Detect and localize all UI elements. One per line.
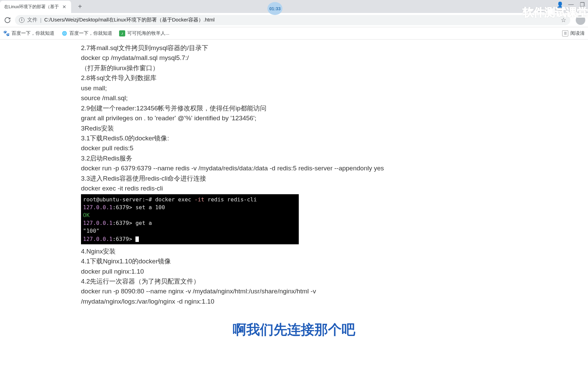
reading-list-label: 阅读清 (570, 30, 585, 36)
music-icon: ♪ (119, 30, 125, 36)
tab-title: 在Linux环境下的部署（基于 (4, 4, 59, 10)
timer-badge: 01:33 (267, 2, 282, 15)
doc-line: 2.9创建一个reader:123456帐号并修改权限，使得任何ip都能访问 (81, 103, 588, 113)
doc-line: 2.8将sql文件导入到数据库 (81, 73, 588, 83)
term-ip: 127.0.0.1 (83, 204, 113, 211)
doc-line: 4.2先运行一次容器（为了拷贝配置文件） (81, 276, 588, 286)
globe-icon: 🌐 (61, 30, 67, 36)
doc-line: 3.3进入Redis容器使用redis-cli命令进行连接 (81, 173, 588, 183)
term-cmd: set a 100 (135, 204, 165, 211)
address-bar: i 文件 | C:/Users/Weizj/Desktop/mall在Linux… (0, 13, 588, 27)
doc-line: docker run -p 8090:80 --name nginx -v /m… (81, 286, 588, 296)
bookmark-music[interactable]: ♪ 可可托海的牧羊人... (119, 30, 169, 36)
doc-line: 3.2启动Redis服务 (81, 153, 588, 163)
close-icon[interactable]: ✕ (62, 4, 67, 10)
term-cmd: docker exec (152, 196, 194, 203)
doc-line: 2.7将mall.sql文件拷贝到mysql容器的/目录下 (81, 43, 588, 53)
terminal-output: root@ubuntu-server:~# docker exec -it re… (81, 194, 299, 244)
doc-line: docker run -p 6379:6379 --name redis -v … (81, 163, 588, 173)
url-box[interactable]: i 文件 | C:/Users/Weizj/Desktop/mall在Linux… (15, 15, 570, 25)
doc-line: docker pull redis:5 (81, 143, 588, 153)
url-separator: | (40, 17, 42, 23)
doc-line: 4.1下载Nginx1.10的docker镜像 (81, 256, 588, 266)
term-opt: -it (195, 196, 205, 203)
video-subtitle: 啊我们先连接那个吧 (233, 320, 355, 339)
document-content: 2.7将mall.sql文件拷贝到mysql容器的/目录下 docker cp … (0, 40, 588, 306)
doc-line: 3.1下载Redis5.0的docker镜像: (81, 133, 588, 143)
bookmark-label: 百度一下，你就知道 (69, 30, 112, 36)
bookmark-label: 百度一下，你就知道 (12, 30, 54, 36)
term-port: :6379> (113, 204, 135, 211)
doc-line: use mall; (81, 83, 588, 93)
term-ip: 127.0.0.1 (83, 220, 113, 226)
reload-button[interactable] (3, 15, 12, 25)
doc-line: 4.Nginx安装 (81, 246, 588, 256)
doc-line: （打开新的liunx操作窗口） (81, 63, 588, 73)
bookmark-baidu-2[interactable]: 🌐 百度一下，你就知道 (61, 30, 112, 36)
doc-line: docker cp /mydata/mall.sql mysql5.7:/ (81, 53, 588, 63)
bookmarks-bar: 🐾 百度一下，你就知道 🌐 百度一下，你就知道 ♪ 可可托海的牧羊人... ☰ … (0, 27, 588, 40)
term-ok: OK (83, 212, 89, 218)
paw-icon: 🐾 (3, 30, 10, 36)
cursor-icon (135, 236, 139, 242)
tab-bar: 在Linux环境下的部署（基于 ✕ + (0, 0, 588, 13)
bookmark-baidu-1[interactable]: 🐾 百度一下，你就知道 (3, 30, 54, 36)
doc-line: /mydata/nginx/logs:/var/log/nginx -d ngi… (81, 296, 588, 306)
bookmark-label: 可可托海的牧羊人... (127, 30, 169, 36)
url-scheme: 文件 (27, 17, 37, 23)
term-prompt: root@ubuntu-server:~# (83, 196, 152, 203)
term-port: :6379> (113, 236, 135, 242)
info-icon[interactable]: i (19, 17, 24, 23)
doc-line: 3Redis安装 (81, 123, 588, 133)
url-path: C:/Users/Weizj/Desktop/mall在Linux环境下的部署（… (44, 17, 215, 23)
term-ip: 127.0.0.1 (83, 236, 113, 242)
reading-list-icon: ☰ (562, 30, 568, 36)
term-port: :6379> (113, 220, 135, 226)
watermark: 软件测试课堂 (523, 5, 588, 20)
doc-line: docker pull nginx:1.10 (81, 266, 588, 276)
term-cmd: redis redis-cli (204, 196, 257, 203)
term-cmd: get a (135, 220, 152, 226)
doc-line: source /mall.sql; (81, 93, 588, 103)
doc-line: docker exec -it redis redis-cli (81, 183, 588, 193)
doc-line: grant all privileges on . to 'reader' @'… (81, 113, 588, 123)
term-result: "100" (83, 228, 99, 234)
new-tab-button[interactable]: + (75, 2, 85, 11)
browser-tab[interactable]: 在Linux环境下的部署（基于 ✕ (0, 1, 71, 13)
reading-list[interactable]: ☰ 阅读清 (562, 30, 585, 36)
